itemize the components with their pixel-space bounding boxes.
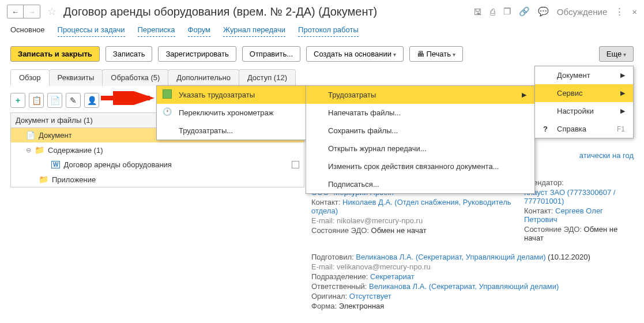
menu-item-open-log[interactable]: Открыть журнал передачи...: [306, 140, 534, 157]
menu-item-chrono[interactable]: 🕐 Переключить хронометраж: [157, 104, 306, 122]
edit-button[interactable]: ✎: [66, 93, 81, 108]
menu-item-labor-list[interactable]: Трудозатраты...: [157, 122, 306, 140]
add-file-button[interactable]: +: [10, 93, 25, 108]
contact-label: Контакт:: [311, 198, 340, 206]
orig-link[interactable]: Отсутствует: [349, 292, 391, 301]
email-b-value: velikanova@mercury-npo.ru: [337, 262, 431, 271]
back-button[interactable]: ←: [7, 5, 24, 18]
help-icon: ?: [543, 125, 548, 133]
user-button[interactable]: 👤: [84, 93, 99, 108]
form-label: Форма:: [311, 302, 337, 310]
new-doc-button[interactable]: 📄: [47, 93, 62, 108]
help-hotkey: F1: [617, 125, 625, 133]
more-button[interactable]: Еще: [599, 46, 634, 62]
prepared-link[interactable]: Великанова Л.А. (Секретариат, Управляющи…: [356, 253, 545, 261]
chevron-right-icon: ▶: [522, 91, 526, 99]
menu-item-service[interactable]: Сервис ▶: [535, 84, 633, 102]
word-file-icon: W: [51, 161, 60, 168]
menu-item-save-files[interactable]: Сохранить файлы...: [306, 122, 534, 140]
chevron-right-icon: ▶: [620, 107, 625, 115]
chevron-right-icon: ▶: [620, 72, 625, 79]
email-a-value: nikolaev@mercury-npo.ru: [337, 216, 423, 225]
nav-transfer-log[interactable]: Журнал передачи: [223, 25, 285, 37]
tree-attachment-row[interactable]: 📁 Приложение: [11, 172, 304, 187]
tree-attachment-label: Приложение: [52, 175, 96, 184]
prepared-date: (10.12.2020): [548, 253, 590, 261]
file-checkbox[interactable]: [292, 161, 299, 168]
form-value: Электронная: [339, 302, 385, 310]
favorite-star-icon[interactable]: ☆: [47, 5, 57, 18]
scan-button[interactable]: 📋: [29, 93, 44, 108]
edo-b-label: Состояние ЭДО:: [524, 225, 582, 234]
tree-document-label: Документ: [39, 131, 72, 140]
nav-work-protocol[interactable]: Протокол работы: [298, 25, 359, 37]
chevron-right-icon: ▶: [620, 89, 625, 97]
menu-item-change-term[interactable]: Изменить срок действия связанного докуме…: [306, 157, 534, 175]
nav-main[interactable]: Основное: [10, 25, 45, 37]
save-icon[interactable]: 🖫: [473, 7, 482, 17]
tab-additional[interactable]: Дополнительно: [168, 69, 239, 86]
tab-access[interactable]: Доступ (12): [239, 69, 296, 86]
dept-link[interactable]: Секретариат: [370, 272, 415, 281]
prepared-label: Подготовил:: [311, 253, 354, 261]
dept-label: Подразделение:: [311, 272, 368, 281]
contact-b-label: Контакт:: [524, 206, 553, 215]
nav-processes[interactable]: Процессы и задачи: [58, 25, 125, 37]
collapse-icon[interactable]: ⊖: [26, 147, 31, 154]
menu-item-settings[interactable]: Настройки ▶: [535, 102, 633, 120]
forward-button[interactable]: →: [24, 5, 40, 18]
tree-content-label: Содержание (1): [48, 146, 103, 155]
document-icon: 📄: [26, 131, 35, 140]
close-button[interactable]: ×: [632, 7, 637, 17]
tree-content-row[interactable]: ⊖ 📁 Содержание (1): [11, 142, 304, 157]
edo-a-label: Состояние ЭДО:: [311, 226, 369, 235]
clock-icon: 🕐: [163, 107, 172, 117]
copy-icon[interactable]: ❐: [503, 6, 511, 17]
discussion-link[interactable]: Обсуждение: [557, 7, 607, 17]
more-menu: Документ ▶ Сервис ▶ Настройки ▶ ? Справк…: [534, 66, 634, 138]
save-button[interactable]: Записать: [106, 46, 153, 62]
resp-label: Ответственный:: [311, 282, 367, 291]
email-a-label: E-mail:: [311, 216, 334, 225]
menu-item-document[interactable]: Документ ▶: [535, 66, 633, 84]
folder-icon: 📁: [39, 175, 48, 184]
edo-a-value: Обмен не начат: [371, 226, 427, 235]
print-icon[interactable]: ⎙: [490, 7, 495, 17]
link-icon[interactable]: 🔗: [519, 6, 530, 17]
discussion-icon[interactable]: 💬: [538, 6, 549, 17]
save-close-button[interactable]: Записать и закрыть: [10, 46, 100, 62]
send-button[interactable]: Отправить...: [242, 46, 300, 62]
create-based-button[interactable]: Создать на основании: [306, 46, 404, 62]
menu-item-help[interactable]: ? Справка F1: [535, 120, 633, 138]
menu-item-subscribe[interactable]: Подписаться...: [306, 175, 534, 193]
labor-icon: [163, 89, 172, 99]
tab-overview[interactable]: Обзор: [10, 69, 50, 86]
orig-label: Оригинал:: [311, 292, 347, 301]
lessee-link[interactable]: Клауст ЗАО (7773300607 / 777701001): [524, 188, 615, 205]
tree-file-label: Договор аренды оборудования: [63, 160, 171, 169]
register-button[interactable]: Зарегистрировать: [158, 46, 236, 62]
tab-requisites[interactable]: Реквизиты: [49, 69, 103, 86]
menu-item-labor[interactable]: Указать трудозатраты: [157, 86, 306, 104]
contact-a-link[interactable]: Николаев Д.А. (Отдел снабжения, Руководи…: [311, 198, 511, 215]
nav-correspondence[interactable]: Переписка: [138, 25, 175, 37]
tree-file-row[interactable]: W Договор аренды оборудования: [11, 157, 304, 172]
kebab-menu-icon[interactable]: ⋮: [615, 6, 624, 17]
nav-forum[interactable]: Форум: [188, 25, 211, 37]
menu-item-labor-sub[interactable]: Трудозатраты ▶: [306, 86, 534, 104]
menu-item-print-files[interactable]: Напечатать файлы...: [306, 104, 534, 122]
resp-link[interactable]: Великанова Л.А. (Секретариат, Управляющи…: [369, 282, 559, 291]
page-title: Договор аренды оборудования (врем. № 2-Д…: [63, 5, 469, 18]
nav-buttons: ← →: [7, 5, 40, 18]
folder-icon: 📁: [35, 145, 44, 155]
print-button[interactable]: 🖶 Печать: [409, 46, 463, 62]
submenu-service: Трудозатраты ▶ Напечатать файлы... Сохра…: [306, 85, 535, 194]
email-b-label: E-mail:: [311, 262, 334, 271]
tab-processing[interactable]: Обработка (5): [102, 69, 168, 86]
auto-year-link[interactable]: атически на год: [579, 151, 634, 160]
submenu-labor: Указать трудозатраты 🕐 Переключить хроно…: [156, 85, 306, 140]
